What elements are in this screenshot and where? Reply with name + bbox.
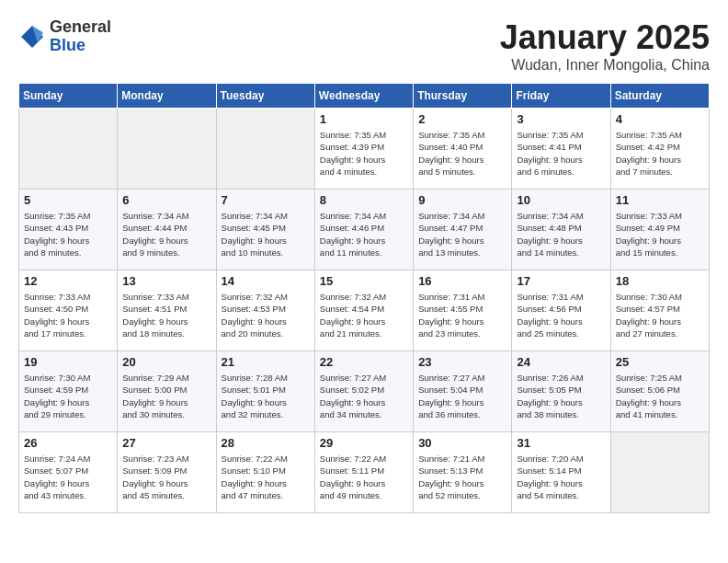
logo-icon: [18, 23, 46, 51]
day-number: 30: [418, 436, 506, 450]
calendar-week-row: 26Sunrise: 7:24 AM Sunset: 5:07 PM Dayli…: [19, 432, 710, 513]
page-title: January 2025: [500, 18, 710, 57]
table-row: 24Sunrise: 7:26 AM Sunset: 5:05 PM Dayli…: [512, 351, 610, 432]
day-info: Sunrise: 7:22 AM Sunset: 5:10 PM Dayligh…: [222, 453, 310, 501]
table-row: 10Sunrise: 7:34 AM Sunset: 4:48 PM Dayli…: [512, 190, 610, 270]
table-row: 16Sunrise: 7:31 AM Sunset: 4:55 PM Dayli…: [414, 270, 512, 351]
day-number: 21: [222, 355, 310, 369]
calendar-week-row: 12Sunrise: 7:33 AM Sunset: 4:50 PM Dayli…: [19, 270, 710, 351]
logo: General Blue: [18, 18, 111, 55]
table-row: [19, 109, 118, 190]
day-number: 18: [616, 274, 704, 288]
table-row: 4Sunrise: 7:35 AM Sunset: 4:42 PM Daylig…: [610, 109, 709, 190]
day-info: Sunrise: 7:31 AM Sunset: 4:55 PM Dayligh…: [418, 291, 506, 339]
day-info: Sunrise: 7:30 AM Sunset: 4:57 PM Dayligh…: [616, 291, 704, 339]
table-row: 30Sunrise: 7:21 AM Sunset: 5:13 PM Dayli…: [414, 432, 512, 513]
day-number: 27: [122, 436, 210, 450]
day-number: 5: [24, 193, 112, 207]
day-info: Sunrise: 7:22 AM Sunset: 5:11 PM Dayligh…: [320, 453, 408, 501]
day-number: 24: [517, 355, 605, 369]
header-tuesday: Tuesday: [216, 84, 314, 109]
day-info: Sunrise: 7:31 AM Sunset: 4:56 PM Dayligh…: [517, 291, 605, 339]
day-info: Sunrise: 7:35 AM Sunset: 4:41 PM Dayligh…: [517, 129, 605, 178]
table-row: [118, 109, 216, 190]
day-number: 29: [320, 436, 408, 450]
day-number: 17: [517, 274, 605, 288]
day-number: 1: [320, 112, 408, 126]
day-info: Sunrise: 7:34 AM Sunset: 4:45 PM Dayligh…: [222, 210, 310, 259]
day-info: Sunrise: 7:30 AM Sunset: 4:59 PM Dayligh…: [24, 372, 112, 420]
day-info: Sunrise: 7:34 AM Sunset: 4:44 PM Dayligh…: [122, 210, 210, 259]
table-row: 23Sunrise: 7:27 AM Sunset: 5:04 PM Dayli…: [414, 351, 512, 432]
table-row: 20Sunrise: 7:29 AM Sunset: 5:00 PM Dayli…: [118, 351, 216, 432]
table-row: 22Sunrise: 7:27 AM Sunset: 5:02 PM Dayli…: [314, 351, 413, 432]
header-friday: Friday: [512, 84, 610, 109]
table-row: 29Sunrise: 7:22 AM Sunset: 5:11 PM Dayli…: [314, 432, 413, 513]
day-info: Sunrise: 7:26 AM Sunset: 5:05 PM Dayligh…: [517, 372, 605, 420]
day-number: 3: [517, 112, 605, 126]
day-info: Sunrise: 7:21 AM Sunset: 5:13 PM Dayligh…: [418, 453, 506, 501]
day-number: 10: [517, 193, 605, 207]
day-number: 4: [616, 112, 704, 126]
header: General Blue January 2025 Wudan, Inner M…: [18, 18, 710, 74]
table-row: 1Sunrise: 7:35 AM Sunset: 4:39 PM Daylig…: [314, 109, 413, 190]
calendar-week-row: 1Sunrise: 7:35 AM Sunset: 4:39 PM Daylig…: [19, 109, 710, 190]
table-row: 31Sunrise: 7:20 AM Sunset: 5:14 PM Dayli…: [512, 432, 610, 513]
header-saturday: Saturday: [610, 84, 709, 109]
day-info: Sunrise: 7:33 AM Sunset: 4:50 PM Dayligh…: [24, 291, 112, 339]
header-wednesday: Wednesday: [314, 84, 413, 109]
day-info: Sunrise: 7:34 AM Sunset: 4:48 PM Dayligh…: [517, 210, 605, 259]
day-number: 12: [24, 274, 112, 288]
day-info: Sunrise: 7:25 AM Sunset: 5:06 PM Dayligh…: [616, 372, 704, 420]
logo-blue-text: Blue: [50, 36, 85, 54]
day-info: Sunrise: 7:29 AM Sunset: 5:00 PM Dayligh…: [122, 372, 210, 420]
table-row: 13Sunrise: 7:33 AM Sunset: 4:51 PM Dayli…: [118, 270, 216, 351]
table-row: 17Sunrise: 7:31 AM Sunset: 4:56 PM Dayli…: [512, 270, 610, 351]
table-row: 28Sunrise: 7:22 AM Sunset: 5:10 PM Dayli…: [216, 432, 314, 513]
table-row: 5Sunrise: 7:35 AM Sunset: 4:43 PM Daylig…: [19, 190, 118, 270]
table-row: 18Sunrise: 7:30 AM Sunset: 4:57 PM Dayli…: [610, 270, 709, 351]
day-number: 2: [418, 112, 506, 126]
day-number: 20: [122, 355, 210, 369]
header-monday: Monday: [118, 84, 216, 109]
day-info: Sunrise: 7:20 AM Sunset: 5:14 PM Dayligh…: [517, 453, 605, 501]
day-info: Sunrise: 7:24 AM Sunset: 5:07 PM Dayligh…: [24, 453, 112, 501]
day-number: 6: [122, 193, 210, 207]
day-number: 23: [418, 355, 506, 369]
day-info: Sunrise: 7:35 AM Sunset: 4:43 PM Dayligh…: [24, 210, 112, 259]
day-info: Sunrise: 7:35 AM Sunset: 4:39 PM Dayligh…: [320, 129, 408, 178]
title-block: January 2025 Wudan, Inner Mongolia, Chin…: [500, 18, 710, 74]
table-row: 19Sunrise: 7:30 AM Sunset: 4:59 PM Dayli…: [19, 351, 118, 432]
table-row: 8Sunrise: 7:34 AM Sunset: 4:46 PM Daylig…: [314, 190, 413, 270]
day-info: Sunrise: 7:23 AM Sunset: 5:09 PM Dayligh…: [122, 453, 210, 501]
table-row: 7Sunrise: 7:34 AM Sunset: 4:45 PM Daylig…: [216, 190, 314, 270]
calendar-week-row: 19Sunrise: 7:30 AM Sunset: 4:59 PM Dayli…: [19, 351, 710, 432]
day-info: Sunrise: 7:33 AM Sunset: 4:51 PM Dayligh…: [122, 291, 210, 339]
calendar-table: Sunday Monday Tuesday Wednesday Thursday…: [18, 83, 710, 513]
day-info: Sunrise: 7:32 AM Sunset: 4:53 PM Dayligh…: [222, 291, 310, 339]
table-row: [216, 109, 314, 190]
day-info: Sunrise: 7:35 AM Sunset: 4:42 PM Dayligh…: [616, 129, 704, 178]
day-number: 31: [517, 436, 605, 450]
day-info: Sunrise: 7:34 AM Sunset: 4:47 PM Dayligh…: [418, 210, 506, 259]
day-info: Sunrise: 7:33 AM Sunset: 4:49 PM Dayligh…: [616, 210, 704, 259]
page-subtitle: Wudan, Inner Mongolia, China: [500, 57, 710, 74]
table-row: 9Sunrise: 7:34 AM Sunset: 4:47 PM Daylig…: [414, 190, 512, 270]
day-number: 15: [320, 274, 408, 288]
day-info: Sunrise: 7:28 AM Sunset: 5:01 PM Dayligh…: [222, 372, 310, 420]
table-row: [610, 432, 709, 513]
day-number: 14: [222, 274, 310, 288]
day-info: Sunrise: 7:32 AM Sunset: 4:54 PM Dayligh…: [320, 291, 408, 339]
header-thursday: Thursday: [414, 84, 512, 109]
header-sunday: Sunday: [19, 84, 118, 109]
day-number: 22: [320, 355, 408, 369]
table-row: 15Sunrise: 7:32 AM Sunset: 4:54 PM Dayli…: [314, 270, 413, 351]
day-number: 25: [616, 355, 704, 369]
day-number: 19: [24, 355, 112, 369]
day-number: 13: [122, 274, 210, 288]
day-number: 8: [320, 193, 408, 207]
day-info: Sunrise: 7:35 AM Sunset: 4:40 PM Dayligh…: [418, 129, 506, 178]
table-row: 3Sunrise: 7:35 AM Sunset: 4:41 PM Daylig…: [512, 109, 610, 190]
table-row: 27Sunrise: 7:23 AM Sunset: 5:09 PM Dayli…: [118, 432, 216, 513]
day-info: Sunrise: 7:27 AM Sunset: 5:04 PM Dayligh…: [418, 372, 506, 420]
